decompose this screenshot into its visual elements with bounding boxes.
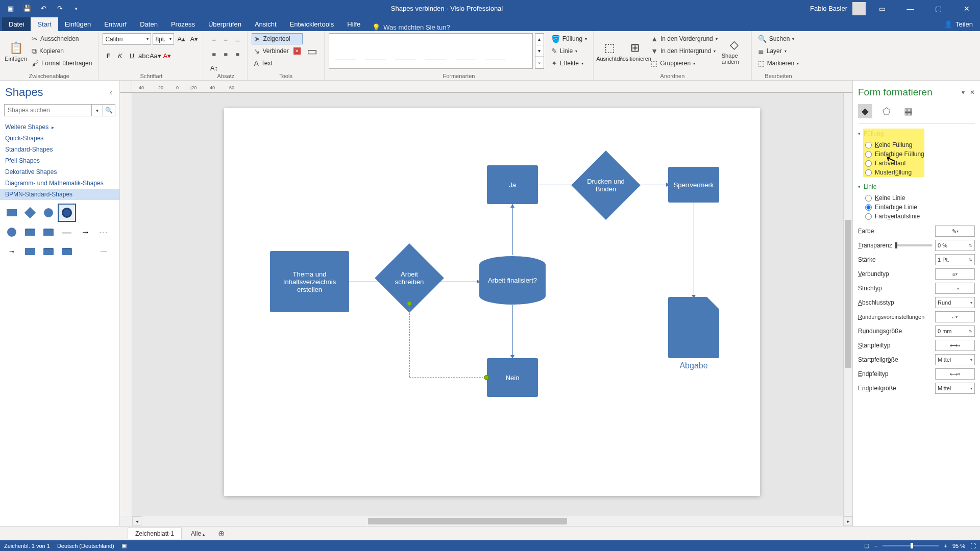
pane-close-icon[interactable]: ✕ bbox=[970, 89, 975, 96]
markieren-button[interactable]: ⬚Markieren▾ bbox=[756, 58, 801, 69]
style-thumb[interactable] bbox=[482, 36, 510, 66]
connector[interactable] bbox=[631, 185, 667, 185]
user-name[interactable]: Fabio Basler bbox=[810, 5, 847, 12]
horizontal-scrollbar[interactable] bbox=[243, 516, 741, 526]
rectangle-tool-button[interactable]: ▭ bbox=[305, 33, 320, 70]
redo-icon[interactable]: ↷ bbox=[52, 2, 67, 16]
verbinder-button[interactable]: ↘Verbinder✕ bbox=[252, 45, 302, 57]
shapes-search-input[interactable] bbox=[5, 105, 91, 116]
tab-datei[interactable]: Datei bbox=[2, 17, 31, 31]
stencil-quick[interactable]: Quick-Shapes bbox=[0, 133, 119, 144]
style-thumb[interactable] bbox=[452, 36, 480, 66]
fit-page-icon[interactable]: ⛶ bbox=[970, 543, 976, 549]
style-thumb[interactable] bbox=[391, 36, 420, 66]
connector[interactable] bbox=[512, 204, 513, 255]
shape-doc3[interactable] bbox=[59, 244, 75, 259]
save-icon[interactable]: 💾 bbox=[19, 2, 35, 16]
shape-dotted[interactable]: ··· bbox=[96, 224, 111, 240]
align-middle-button[interactable]: ≡ bbox=[220, 33, 231, 44]
shape-thema[interactable]: Thema und Inhaltsverzeichnis erstellen bbox=[270, 251, 349, 312]
line-none-radio[interactable]: Keine Linie bbox=[865, 194, 975, 202]
tab-daten[interactable]: Daten bbox=[133, 17, 164, 31]
connector-handle[interactable] bbox=[407, 301, 412, 306]
stencil-weitere[interactable]: Weitere Shapes▸ bbox=[0, 121, 119, 133]
scroll-right-icon[interactable]: ▸ bbox=[843, 516, 852, 526]
size-tab-icon[interactable]: ▦ bbox=[901, 104, 915, 118]
line-button[interactable]: ✎Linie▾ bbox=[549, 45, 589, 57]
zoom-slider[interactable] bbox=[883, 545, 939, 546]
font-color-button[interactable]: A▾ bbox=[161, 50, 173, 61]
font-size-combo[interactable]: 8pt.▾ bbox=[153, 33, 174, 45]
language-status[interactable]: Deutsch (Deutschland) bbox=[57, 543, 114, 549]
style-gallery[interactable] bbox=[329, 33, 533, 69]
color-picker-button[interactable]: ✎▾ bbox=[935, 226, 975, 237]
stencil-bpmn[interactable]: BPMN-Standard-Shapes bbox=[0, 189, 119, 200]
copy-button[interactable]: ⧉Kopieren bbox=[30, 45, 94, 57]
hintergrund-button[interactable]: ▼In den Hintergrund▾ bbox=[649, 45, 720, 57]
fill-pattern-radio[interactable]: Musterfüllung bbox=[865, 169, 975, 176]
close-tool-icon[interactable]: ✕ bbox=[293, 47, 301, 55]
transparency-input[interactable]: 0 %⇅ bbox=[935, 240, 975, 251]
shape-arrow[interactable]: → bbox=[78, 224, 93, 240]
ausrichten-button[interactable]: ⬚Ausrichten bbox=[598, 33, 621, 70]
cut-button[interactable]: ✂Ausschneiden bbox=[30, 33, 94, 44]
connector-dashed[interactable] bbox=[409, 303, 410, 377]
tab-entwurf[interactable]: Entwurf bbox=[97, 17, 133, 31]
underline-button[interactable]: U bbox=[126, 50, 137, 61]
close-button[interactable]: ✕ bbox=[955, 0, 978, 17]
shape-data[interactable] bbox=[22, 224, 38, 240]
minimize-button[interactable]: — bbox=[899, 0, 922, 17]
sheet-tab-all[interactable]: Alle ▴ bbox=[184, 528, 212, 539]
tab-ueberpruefen[interactable]: Überprüfen bbox=[202, 17, 248, 31]
style-thumb[interactable] bbox=[361, 36, 389, 66]
tab-ansicht[interactable]: Ansicht bbox=[248, 17, 283, 31]
end-arrow-type-button[interactable]: ⟷▾ bbox=[935, 368, 975, 380]
connector[interactable] bbox=[538, 185, 579, 185]
sheet-tab-1[interactable]: Zeichenblatt-1 bbox=[128, 528, 182, 539]
search-dropdown-icon[interactable]: ▾ bbox=[91, 105, 103, 116]
text-direction-button[interactable]: A↕ bbox=[208, 64, 219, 72]
fill-line-tab-icon[interactable]: ◆ bbox=[858, 104, 872, 118]
tab-prozess[interactable]: Prozess bbox=[164, 17, 202, 31]
end-arrow-size-select[interactable]: Mittel▾ bbox=[935, 383, 975, 394]
positionieren-button[interactable]: ⊞Positionieren bbox=[623, 33, 647, 70]
zeigertool-button[interactable]: ➤Zeigertool bbox=[252, 33, 302, 44]
shape-rect[interactable] bbox=[4, 205, 19, 220]
share-button[interactable]: 👤 Teilen bbox=[937, 17, 980, 31]
line-gradient-radio[interactable]: Farbverlaufslinie bbox=[865, 213, 975, 220]
italic-button[interactable]: K bbox=[114, 50, 126, 61]
add-sheet-button[interactable]: ⊕ bbox=[214, 529, 229, 538]
rounding-preset-button[interactable]: ⌐▾ bbox=[935, 311, 975, 322]
collapse-shapes-icon[interactable]: ‹ bbox=[110, 88, 112, 96]
zoom-out-button[interactable]: − bbox=[874, 543, 877, 549]
shape-line2[interactable]: — bbox=[96, 244, 111, 259]
compound-type-button[interactable]: ≡▾ bbox=[935, 268, 975, 280]
zoom-in-button[interactable]: + bbox=[944, 543, 947, 549]
case-button[interactable]: Aa▾ bbox=[150, 50, 161, 61]
suchen-button[interactable]: 🔍Suchen▾ bbox=[756, 33, 801, 44]
fill-gradient-radio[interactable]: Farbverlauf bbox=[865, 160, 975, 167]
shape-circle[interactable] bbox=[41, 205, 56, 220]
effects-tab-icon[interactable]: ⬠ bbox=[879, 104, 894, 118]
shape-doc2[interactable] bbox=[41, 244, 56, 259]
format-painter-button[interactable]: 🖌Format übertragen bbox=[30, 58, 94, 69]
strike-button[interactable]: abc bbox=[138, 50, 149, 61]
align-top-button[interactable]: ≡ bbox=[208, 33, 219, 44]
stencil-pfeil[interactable]: Pfeil-Shapes bbox=[0, 155, 119, 166]
fill-solid-radio[interactable]: Einfarbige Füllung bbox=[865, 151, 975, 158]
qat-customize-icon[interactable]: ▾ bbox=[68, 2, 84, 16]
bullets-button[interactable]: ≣ bbox=[232, 33, 243, 44]
shrink-font-button[interactable]: A▾ bbox=[188, 34, 200, 45]
style-thumb[interactable] bbox=[331, 36, 359, 66]
drawing-page[interactable]: Thema und Inhaltsverzeichnis erstellen A… bbox=[224, 108, 760, 496]
shape-nein[interactable]: Nein bbox=[487, 358, 538, 397]
zoom-level[interactable]: 95 % bbox=[952, 543, 965, 549]
connector[interactable] bbox=[349, 282, 382, 282]
paste-button[interactable]: 📋 Einfügen bbox=[4, 33, 28, 70]
tab-start[interactable]: Start bbox=[31, 17, 58, 31]
user-avatar[interactable] bbox=[852, 2, 866, 15]
tell-me[interactable]: 💡 Was möchten Sie tun? bbox=[367, 23, 455, 31]
shape-aendern-button[interactable]: ◇Shape ändern bbox=[722, 33, 747, 70]
dash-type-button[interactable]: —▾ bbox=[935, 283, 975, 294]
ribbon-options-icon[interactable]: ▭ bbox=[871, 0, 894, 17]
